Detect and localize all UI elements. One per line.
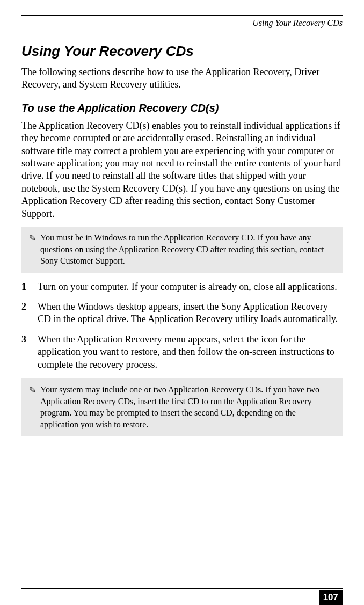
- pencil-icon: ✎: [29, 233, 36, 243]
- step-number: 2: [21, 301, 28, 326]
- section-subtitle: To use the Application Recovery CD(s): [21, 102, 343, 114]
- body-paragraph: The Application Recovery CD(s) enables y…: [21, 120, 343, 220]
- step-text: When the Windows desktop appears, insert…: [38, 301, 343, 326]
- step-item: 2 When the Windows desktop appears, inse…: [21, 301, 343, 326]
- page-title: Using Your Recovery CDs: [21, 43, 343, 60]
- note-box-2: ✎ Your system may include one or two App…: [21, 378, 343, 436]
- step-number: 1: [21, 281, 28, 293]
- note-text-2: Your system may include one or two Appli…: [40, 384, 335, 430]
- footer: 107: [21, 588, 343, 589]
- header-rule: [21, 15, 343, 16]
- step-item: 3 When the Application Recovery menu app…: [21, 333, 343, 371]
- note-text-1: You must be in Windows to run the Applic…: [40, 232, 335, 267]
- numbered-steps: 1 Turn on your computer. If your compute…: [21, 281, 343, 371]
- step-item: 1 Turn on your computer. If your compute…: [21, 281, 343, 293]
- intro-paragraph: The following sections describe how to u…: [21, 66, 343, 91]
- step-text: Turn on your computer. If your computer …: [38, 281, 343, 293]
- pencil-icon: ✎: [29, 385, 36, 395]
- page-number: 107: [319, 590, 343, 605]
- footer-rule: [21, 588, 343, 589]
- step-text: When the Application Recovery menu appea…: [38, 333, 343, 371]
- note-box-1: ✎ You must be in Windows to run the Appl…: [21, 227, 343, 273]
- running-header: Using Your Recovery CDs: [21, 18, 343, 28]
- step-number: 3: [21, 333, 28, 371]
